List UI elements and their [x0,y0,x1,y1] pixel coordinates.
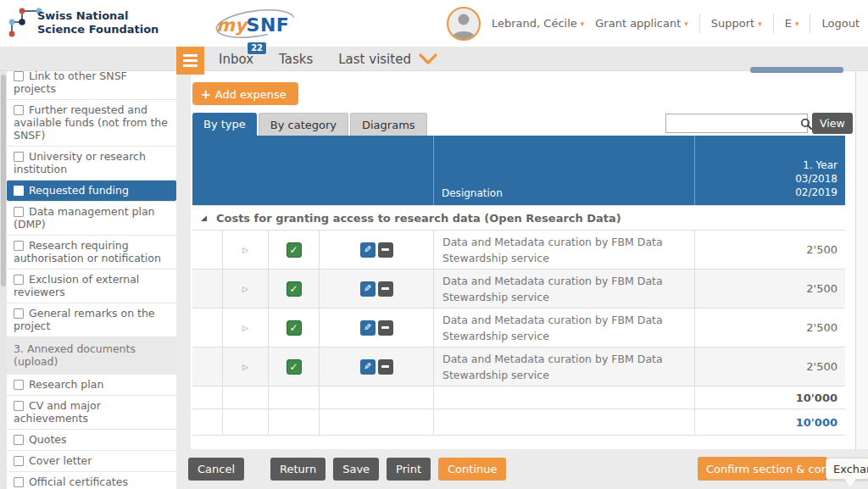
sidebar-item-quotes[interactable]: Quotes [7,429,176,450]
checkbox-icon[interactable] [14,380,24,390]
partially-hidden-button[interactable] [750,67,843,73]
sidebar-section-annexed-documents[interactable]: 3. Annexed documents (upload) [7,336,176,374]
nav-last-visited[interactable]: Last visited [338,52,437,67]
included-checkbox-icon[interactable]: ✓ [287,242,302,258]
included-checkbox-icon[interactable]: ✓ [287,320,302,336]
sidebar-item-exclusion-of-external-reviewers[interactable]: Exclusion of external reviewers [7,269,176,303]
expand-row-icon[interactable]: ▷ [242,246,248,254]
language-menu[interactable]: E▾ [785,17,799,30]
chevron-down-icon [419,53,437,64]
checkbox-icon[interactable] [14,207,24,217]
return-button[interactable]: Return [270,458,326,481]
cell-spacer [192,347,223,386]
checkbox-icon[interactable] [14,477,24,487]
edit-icon[interactable]: ✎ [360,281,376,297]
user-menu[interactable]: Lebrand, Cécile▾ [492,17,584,30]
group-title: Costs for granting access to research da… [216,212,621,225]
remove-icon[interactable] [378,359,393,375]
cell-expand: ▷ [223,231,269,269]
expand-row-icon[interactable]: ▷ [242,285,248,293]
edit-icon[interactable]: ✎ [360,359,376,375]
app-header: Swiss National Science Foundation mySNF … [0,0,868,47]
tab-by-type[interactable]: By type [192,113,257,136]
search-icon[interactable] [800,118,812,130]
scrollbar-thumb[interactable] [1,75,6,286]
sidebar-item-research-requiring-authorisation[interactable]: Research requiring authorisation or noti… [7,235,176,269]
checkbox-icon[interactable] [14,105,24,115]
sidebar-item-further-requested-funds[interactable]: Further requested and available funds (n… [7,99,176,146]
save-button[interactable]: Save [333,458,379,481]
chevron-down-icon: ▾ [581,19,585,28]
nav-tasks[interactable]: Tasks [279,52,313,67]
divider [773,14,774,34]
checkbox-icon[interactable] [14,401,24,411]
checkbox-icon[interactable] [14,241,24,251]
cell-amount: 2'500 [695,231,845,269]
sidebar-item-research-plan[interactable]: Research plan [7,374,176,395]
avatar[interactable] [447,7,481,41]
sidebar-scrollbar[interactable] [0,71,7,489]
checkbox-icon[interactable] [14,186,24,196]
tab-by-category[interactable]: By category [259,113,348,136]
view-button[interactable]: View [812,113,853,134]
remove-icon[interactable] [378,242,393,258]
checkbox-icon[interactable] [14,308,24,319]
chevron-down-icon: ▾ [795,19,799,28]
sidebar-item-data-management-plan[interactable]: Data management plan (DMP) [7,201,176,235]
cell-amount: 2'500 [695,270,845,308]
header-cell-blank [192,136,434,205]
hamburger-menu-icon[interactable] [176,47,204,75]
org-name: Swiss National Science Foundation [37,9,159,36]
sidebar-item-official-certificates[interactable]: Official certificates [7,471,176,489]
chevron-down-icon: ▾ [758,19,762,28]
expand-row-icon[interactable]: ▷ [242,363,248,371]
cell-included: ✓ [269,270,320,308]
checkbox-icon[interactable] [14,435,24,445]
included-checkbox-icon[interactable]: ✓ [287,359,302,375]
group-collapse-icon[interactable]: ◢ [201,214,207,222]
cell-spacer [192,231,223,269]
checkbox-icon[interactable] [14,71,24,81]
remove-icon[interactable] [378,281,393,297]
checkbox-icon[interactable] [14,275,24,285]
cancel-button[interactable]: Cancel [188,458,244,481]
expenses-table: Designation 1. Year 03/2018 02/2019 ◢ Co… [192,136,845,436]
search-box [665,114,808,133]
checkbox-icon[interactable] [14,152,24,162]
cell-included: ✓ [269,231,320,269]
sidebar-item-general-remarks[interactable]: General remarks on the project [7,303,176,336]
cell-included: ✓ [269,347,320,386]
support-menu[interactable]: Support▾ [711,17,762,30]
expand-row-icon[interactable]: ▷ [242,324,248,332]
cell-expand: ▷ [223,347,269,386]
tab-diagrams[interactable]: Diagrams [350,113,427,136]
edit-icon[interactable]: ✎ [360,320,376,336]
header-cell-designation: Designation [434,136,695,205]
sidebar-item-link-to-other-snsf-projects[interactable]: Link to other SNSF projects [7,71,176,99]
sidebar-item-requested-funding[interactable]: Requested funding [7,180,176,201]
remove-icon[interactable] [378,320,393,336]
edit-icon[interactable]: ✎ [360,242,376,258]
add-expense-button[interactable]: +Add expense [192,82,298,105]
header-cell-year: 1. Year 03/2018 02/2019 [695,136,845,205]
logout-link[interactable]: Logout [821,17,860,30]
cell-amount: 2'500 [695,347,845,386]
print-button[interactable]: Print [387,458,431,481]
nav-inbox[interactable]: Inbox 22 [219,52,253,67]
subtotal-row: 10'000 [192,386,845,408]
role-menu[interactable]: Grant applicant▾ [595,17,688,30]
checkbox-icon[interactable] [14,456,24,466]
sidebar-item-cover-letter[interactable]: Cover letter [7,450,176,471]
section-sidebar: Link to other SNSF projects Further requ… [7,71,176,489]
plus-icon: + [201,87,211,101]
table-group-row[interactable]: ◢ Costs for granting access to research … [192,205,845,230]
continue-button[interactable]: Continue [438,458,506,481]
confirm-section-button[interactable]: Confirm section & continue [698,457,827,481]
cell-designation: Data and Metadata curation by FBM Data S… [434,308,695,347]
sidebar-item-university-or-research-institution[interactable]: University or research institution [7,146,176,180]
search-input[interactable] [666,114,800,132]
included-checkbox-icon[interactable]: ✓ [287,281,302,297]
sidebar-item-cv-and-major-achievements[interactable]: CV and major achievements [7,395,176,429]
exchange-tooltip: Exchange [826,458,868,480]
main-content: +Add expense By type By category Diagram… [191,71,856,449]
